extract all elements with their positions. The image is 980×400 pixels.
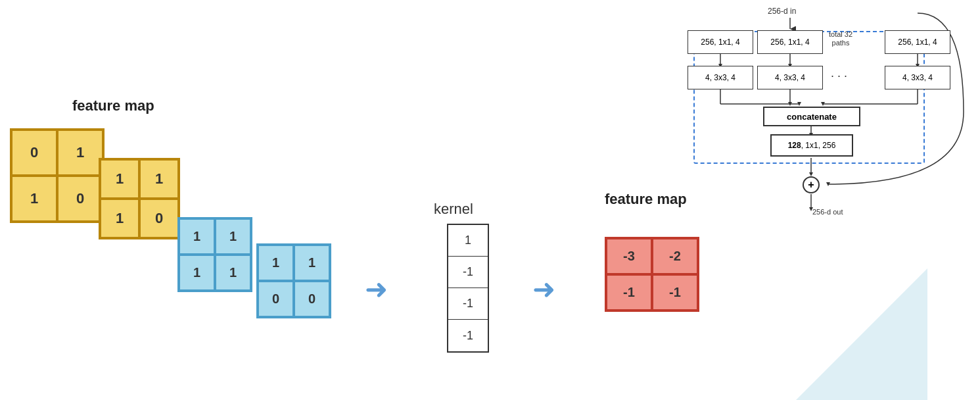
resnext-diagram: 256-d in 256, 1x1, 4 256, 1x1, 4 total 3… (661, 7, 970, 217)
box-row1-2: 256, 1x1, 4 (757, 30, 823, 54)
blue-cell: 1 (215, 255, 251, 291)
total-paths-label: total 32 paths (824, 30, 857, 47)
svg-marker-11 (788, 102, 792, 106)
feature-map-label-left: feature map (72, 97, 154, 114)
blue-grid-2: 1 1 0 0 (256, 243, 331, 318)
blue-grid-1: 1 1 1 1 (177, 217, 252, 292)
arrow-2: ➜ (532, 273, 555, 305)
pink-cell-2: -1 (606, 274, 652, 311)
pink-cell-0: -3 (606, 238, 652, 274)
dots-label: · · · (831, 69, 847, 83)
box-row1-3: 256, 1x1, 4 (885, 30, 950, 54)
svg-marker-14 (821, 102, 825, 106)
yellow-grid-1: 0 1 1 0 (10, 128, 105, 223)
yellow-cell: 1 (57, 130, 103, 176)
box-row2-1: 4, 3x3, 4 (688, 66, 753, 89)
kernel-cell-2: -1 (448, 288, 488, 320)
kernel-cell-0: 1 (448, 225, 488, 257)
triangle-decoration (796, 268, 927, 400)
yellow-cell: 1 (11, 176, 57, 222)
plus-circle: + (803, 176, 820, 193)
blue-cell: 1 (294, 245, 330, 281)
kernel-vector: 1 -1 -1 -1 (447, 224, 489, 353)
kernel-cell-3: -1 (448, 320, 488, 351)
label-256d-in: 256-d in (768, 7, 796, 16)
yellow-cell: 1 (139, 159, 179, 199)
svg-marker-19 (826, 182, 830, 186)
yellow-cell: 0 (139, 199, 179, 238)
arrow-1: ➜ (365, 273, 388, 305)
blue-cell: 1 (179, 255, 215, 291)
pink-cell-1: -2 (652, 238, 698, 274)
yellow-grid-2: 1 1 1 0 (99, 158, 180, 239)
box-row1-1: 256, 1x1, 4 (688, 30, 753, 54)
box-128-suffix: , 1x1, 256 (801, 141, 836, 150)
concatenate-box: concatenate (763, 107, 860, 126)
pink-cell-3: -1 (652, 274, 698, 311)
blue-cell: 0 (294, 281, 330, 317)
box-128: 128, 1x1, 256 (770, 134, 853, 157)
yellow-cell: 1 (100, 199, 139, 238)
pink-grid: -3 -2 -1 -1 (605, 237, 699, 312)
blue-cell: 1 (215, 218, 251, 255)
yellow-cell: 0 (57, 176, 103, 222)
box-row2-3: 4, 3x3, 4 (885, 66, 950, 89)
blue-cell: 1 (258, 245, 294, 281)
svg-marker-9 (797, 102, 801, 106)
blue-cell: 0 (258, 281, 294, 317)
kernel-cell-1: -1 (448, 257, 488, 288)
blue-cell: 1 (179, 218, 215, 255)
box-row2-2: 4, 3x3, 4 (757, 66, 823, 89)
yellow-cell: 1 (100, 159, 139, 199)
kernel-label: kernel (434, 201, 473, 218)
yellow-cell: 0 (11, 130, 57, 176)
label-256d-out: 256-d out (812, 208, 843, 216)
